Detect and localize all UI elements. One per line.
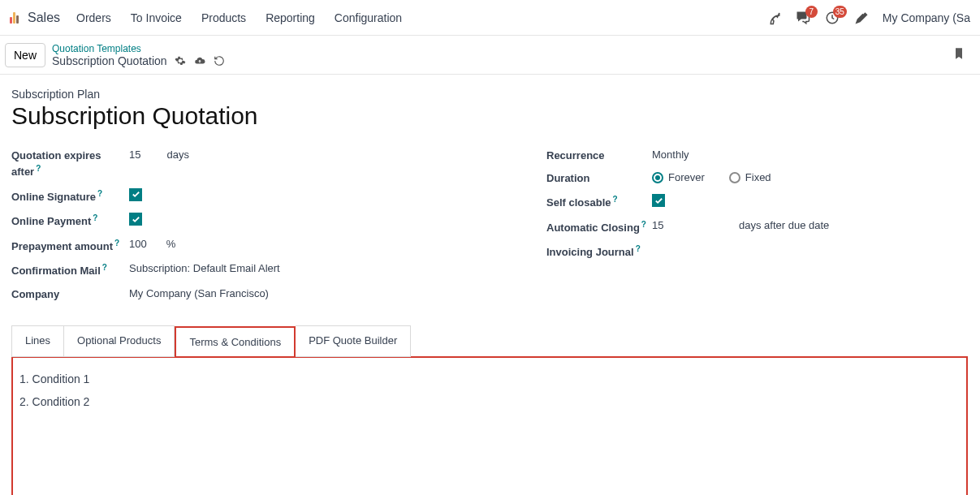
label-recurrence: Recurrence [546,148,652,163]
tabs: Lines Optional Products Terms & Conditio… [11,325,969,357]
term-line[interactable]: 2. Condition 2 [19,390,960,413]
online-payment-checkbox[interactable] [129,213,142,226]
label-automatic-closing: Automatic Closing? [546,219,652,236]
tab-pdf-quote-builder[interactable]: PDF Quote Builder [296,325,411,357]
label-prepayment-amount: Prepayment amount? [11,238,129,255]
activities-icon[interactable]: 35 [818,3,847,32]
prepayment-unit: % [166,238,176,250]
duration-forever-label: Forever [668,171,705,183]
terms-panel[interactable]: 1. Condition 1 2. Condition 2 [11,356,968,495]
prepayment-value[interactable]: 100 [129,238,147,250]
activities-badge: 35 [833,6,847,18]
nav-to-invoice[interactable]: To Invoice [131,11,182,24]
auto-close-suffix: days after due date [739,219,829,231]
duration-fixed-label: Fixed [745,171,771,183]
help-icon[interactable]: ? [641,220,646,229]
help-icon[interactable]: ? [93,213,97,222]
duration-forever-radio[interactable]: Forever [652,171,705,183]
app-brand[interactable]: Sales [28,11,60,25]
tab-terms-conditions[interactable]: Terms & Conditions [175,326,296,358]
page-title: Subscription Quotation [11,102,969,130]
recurrence-value[interactable]: Monthly [652,148,689,161]
expires-unit: days [166,148,188,161]
label-online-signature: Online Signature? [11,188,129,205]
label-duration: Duration [546,171,652,186]
self-closable-checkbox[interactable] [652,194,665,207]
online-signature-checkbox[interactable] [129,188,142,201]
breadcrumb-current: Subscription Quotation [52,54,167,67]
confirmation-mail-value[interactable]: Subscription: Default Email Alert [129,262,280,274]
expires-value[interactable]: 15 [129,148,140,161]
help-icon[interactable]: ? [97,189,102,198]
term-line[interactable]: 1. Condition 1 [19,368,960,390]
bookmark-icon[interactable] [952,46,975,63]
tab-optional-products[interactable]: Optional Products [64,325,175,357]
help-icon[interactable]: ? [114,239,119,248]
label-invoicing-journal: Invoicing Journal? [546,243,652,260]
label-self-closable: Self closable? [546,194,652,211]
voip-icon[interactable] [759,3,788,32]
cloud-upload-icon[interactable] [193,54,206,67]
nav-products[interactable]: Products [201,11,246,24]
discard-icon[interactable] [213,54,226,67]
nav-reporting[interactable]: Reporting [266,11,315,24]
duration-fixed-radio[interactable]: Fixed [729,171,771,183]
top-navbar: Sales Orders To Invoice Products Reporti… [0,0,980,36]
label-company: Company [11,287,129,302]
tab-lines[interactable]: Lines [11,325,64,357]
debug-icon[interactable] [847,3,876,32]
help-icon[interactable]: ? [36,164,41,173]
company-switcher[interactable]: My Company (Sa [883,11,970,24]
messages-icon[interactable]: 7 [788,3,818,32]
help-icon[interactable]: ? [636,244,641,253]
nav-orders[interactable]: Orders [76,11,111,24]
auto-close-value[interactable]: 15 [652,219,729,231]
help-icon[interactable]: ? [612,195,617,204]
company-value[interactable]: My Company (San Francisco) [129,287,269,299]
subscription-plan-label: Subscription Plan [11,88,969,101]
gear-icon[interactable] [174,54,187,67]
label-online-payment: Online Payment? [11,213,129,230]
form-content: Subscription Plan Subscription Quotation… [0,75,980,495]
messages-badge: 7 [805,6,818,18]
nav-configuration[interactable]: Configuration [335,11,402,24]
label-quotation-expires: Quotation expires after? [11,148,129,180]
breadcrumb-parent[interactable]: Quotation Templates [52,43,226,54]
control-bar: New Quotation Templates Subscription Quo… [0,36,980,75]
help-icon[interactable]: ? [102,263,107,272]
label-confirmation-mail: Confirmation Mail? [11,262,129,279]
app-logo-icon [10,12,21,24]
new-button[interactable]: New [5,43,45,67]
